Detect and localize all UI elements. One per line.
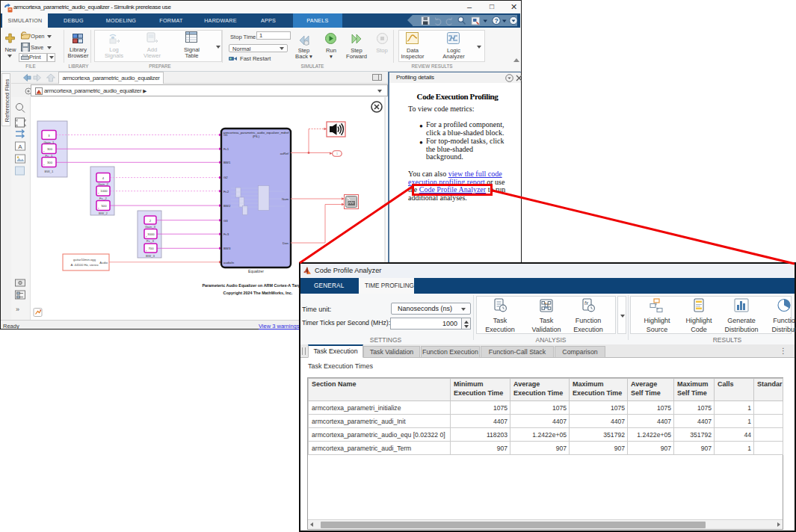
svg-text:Gain_2: Gain_2 [98, 182, 109, 186]
svg-text:700: 700 [149, 247, 155, 250]
svg-text:BW2: BW2 [223, 204, 231, 208]
svg-text:Parameteric Audio Equalizer on: Parameteric Audio Equalizer on ARM Corte… [202, 283, 306, 288]
svg-text:(PIL): (PIL) [253, 134, 260, 138]
svg-text:armcortexa_parametric_audio_eq: armcortexa_parametric_audio_equalizer_md… [223, 131, 290, 134]
svg-text:Fc1: Fc1 [223, 147, 229, 151]
svg-text:guitar10min.ogg: guitar10min.ogg [73, 258, 96, 262]
svg-text:Fc_3: Fc_3 [146, 239, 154, 243]
svg-text:Gain_3: Gain_3 [145, 225, 156, 229]
svg-text:500: 500 [102, 204, 108, 208]
svg-text:G1: G1 [223, 133, 228, 137]
svg-text:A: A [18, 143, 22, 150]
svg-text:BW_1: BW_1 [45, 170, 55, 173]
svg-text:300: 300 [47, 161, 53, 164]
svg-text:Equalizer: Equalizer [248, 269, 264, 273]
svg-text:Gain_1: Gain_1 [43, 140, 55, 144]
svg-text:1: 1 [336, 152, 338, 155]
svg-text:Num: Num [282, 197, 289, 201]
svg-text:Fc3: Fc3 [223, 232, 229, 236]
svg-text:Fc_2: Fc_2 [99, 197, 107, 200]
svg-text:Den: Den [283, 241, 289, 245]
svg-text:1000: 1000 [100, 189, 108, 193]
svg-text:BW3: BW3 [223, 247, 231, 250]
svg-text:BW_3: BW_3 [146, 254, 155, 258]
svg-text:G2: G2 [223, 176, 228, 179]
svg-text:audioIn: audioIn [223, 261, 235, 265]
svg-text:Copyright 2024 The MathWorks,: Copyright 2024 The MathWorks, Inc. [223, 291, 293, 295]
svg-text:»: » [16, 306, 19, 313]
svg-text:Fc_1: Fc_1 [46, 154, 53, 158]
svg-text:A: 44100 Hz, stereo: A: 44100 Hz, stereo [70, 263, 99, 267]
svg-text:Audio: Audio [99, 261, 108, 265]
svg-text:G3: G3 [223, 219, 228, 223]
svg-text:3000: 3000 [147, 232, 155, 236]
svg-text:Fc2: Fc2 [223, 190, 229, 194]
svg-text:fx: fx [584, 300, 589, 306]
svg-text:avRef: avRef [280, 152, 289, 155]
svg-text:BW_2: BW_2 [99, 211, 108, 215]
svg-text:?: ? [494, 16, 498, 24]
svg-text:BW1: BW1 [223, 161, 231, 164]
svg-text:300: 300 [47, 147, 53, 151]
